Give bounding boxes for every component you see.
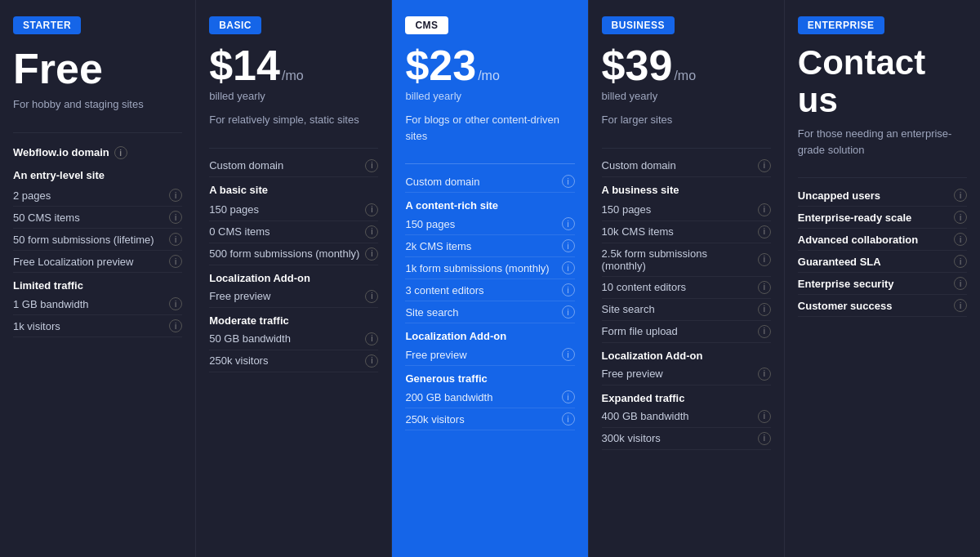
starter-info-4[interactable]: i	[169, 233, 182, 246]
cms-info-11[interactable]: i	[562, 412, 575, 426]
enterprise-feature-3: Guaranteed SLAi	[798, 251, 967, 273]
plan-col-cms: CMS$23/mobilled yearlyFor blogs or other…	[392, 0, 588, 557]
basic-info-3[interactable]: i	[365, 225, 378, 238]
cms-info-6[interactable]: i	[562, 305, 575, 319]
cms-info-3[interactable]: i	[562, 239, 575, 252]
starter-feature-text-8: 1k visitors	[13, 320, 164, 332]
cms-feature-8: Free previewi	[405, 344, 574, 366]
starter-section-0: Webflow.io domaini	[13, 146, 182, 160]
basic-info-4[interactable]: i	[365, 247, 378, 261]
enterprise-badge: ENTERPRISE	[798, 16, 884, 34]
basic-feature-text-0: Custom domain	[209, 159, 360, 172]
basic-info-6[interactable]: i	[365, 290, 378, 303]
business-info-5[interactable]: i	[758, 281, 771, 294]
basic-feature-text-2: 150 pages	[209, 203, 360, 216]
enterprise-feature-5: Customer successi	[798, 295, 967, 317]
business-section-8: Localization Add-on	[602, 350, 771, 362]
enterprise-feature-0: Uncapped usersi	[798, 185, 967, 207]
cms-feature-text-0: Custom domain	[405, 176, 556, 188]
cms-feature-4: 1k form submissions (monthly)i	[405, 257, 574, 279]
basic-feature-9: 250k visitorsi	[209, 350, 378, 372]
cms-feature-text-10: 200 GB bandwidth	[405, 391, 556, 403]
cms-info-2[interactable]: i	[562, 217, 575, 230]
business-info-4[interactable]: i	[758, 253, 771, 266]
basic-price-mo: /mo	[282, 69, 304, 83]
enterprise-info-2[interactable]: i	[954, 233, 967, 246]
business-info-12[interactable]: i	[758, 432, 771, 445]
plan-col-enterprise: ENTERPRISEContact usFor those needing an…	[785, 0, 980, 557]
enterprise-feature-text-2: Advanced collaboration	[798, 234, 949, 246]
starter-section-1: An entry-level site	[13, 169, 182, 181]
cms-feature-3: 2k CMS itemsi	[405, 235, 574, 257]
cms-feature-5: 3 content editorsi	[405, 279, 574, 301]
basic-feature-8: 50 GB bandwidthi	[209, 328, 378, 350]
business-info-2[interactable]: i	[758, 203, 771, 216]
basic-section-7: Moderate traffic	[209, 314, 378, 327]
business-info-3[interactable]: i	[758, 225, 771, 238]
cms-feature-text-6: Site search	[405, 306, 556, 319]
starter-feature-text-7: 1 GB bandwidth	[13, 298, 164, 310]
basic-feature-text-3: 0 CMS items	[209, 225, 360, 238]
basic-info-0[interactable]: i	[365, 159, 378, 172]
basic-info-9[interactable]: i	[365, 354, 378, 368]
cms-badge: CMS	[405, 16, 448, 34]
starter-feature-4: 50 form submissions (lifetime)i	[13, 229, 182, 251]
business-info-7[interactable]: i	[758, 325, 771, 338]
enterprise-info-3[interactable]: i	[954, 255, 967, 268]
basic-description: For relatively simple, static sites	[209, 112, 378, 128]
pricing-grid: STARTERFreeFor hobby and staging sitesWe…	[0, 0, 980, 557]
basic-feature-text-8: 50 GB bandwidth	[209, 332, 360, 345]
business-price-amount: $39	[602, 44, 673, 87]
business-info-11[interactable]: i	[758, 410, 771, 423]
starter-info-2[interactable]: i	[169, 189, 182, 202]
business-feature-text-6: Site search	[602, 303, 753, 315]
business-feature-text-4: 2.5k form submissions (monthly)	[602, 247, 753, 272]
enterprise-price: Contact us	[798, 44, 967, 119]
cms-price-row: $23/mo	[405, 44, 574, 87]
starter-section-6: Limited traffic	[13, 279, 182, 292]
cms-info-0[interactable]: i	[562, 175, 575, 188]
starter-info-7[interactable]: i	[169, 297, 182, 310]
enterprise-feature-text-0: Uncapped users	[798, 189, 949, 202]
basic-feature-text-4: 500 form submissions (monthly)	[209, 247, 360, 260]
starter-info-3[interactable]: i	[169, 211, 182, 224]
starter-feature-text-3: 50 CMS items	[13, 212, 164, 224]
basic-feature-2: 150 pagesi	[209, 199, 378, 221]
starter-info-5[interactable]: i	[169, 255, 182, 268]
enterprise-info-4[interactable]: i	[954, 277, 967, 290]
business-feature-text-0: Custom domain	[602, 159, 753, 172]
basic-feature-6: Free previewi	[209, 286, 378, 308]
enterprise-description: For those needing an enterprise-grade so…	[798, 126, 967, 158]
cms-feature-text-3: 2k CMS items	[405, 240, 556, 252]
business-section-1: A business site	[602, 184, 771, 196]
cms-feature-11: 250k visitorsi	[405, 408, 574, 430]
cms-info-10[interactable]: i	[562, 390, 575, 403]
business-feature-6: Site searchi	[602, 299, 771, 321]
business-info-0[interactable]: i	[758, 159, 771, 172]
enterprise-feature-text-4: Enterprise security	[798, 278, 949, 290]
starter-info-0[interactable]: i	[114, 146, 127, 159]
business-info-9[interactable]: i	[758, 368, 771, 381]
basic-feature-text-9: 250k visitors	[209, 354, 360, 367]
business-feature-11: 400 GB bandwidthi	[602, 406, 771, 428]
basic-feature-4: 500 form submissions (monthly)i	[209, 243, 378, 265]
cms-feature-0: Custom domaini	[405, 171, 574, 193]
cms-description: For blogs or other content-driven sites	[405, 112, 574, 144]
plan-col-starter: STARTERFreeFor hobby and staging sitesWe…	[0, 0, 196, 557]
business-feature-text-7: Form file upload	[602, 325, 753, 337]
basic-section-1: A basic site	[209, 184, 378, 196]
starter-feature-8: 1k visitorsi	[13, 315, 182, 337]
enterprise-info-0[interactable]: i	[954, 189, 967, 202]
basic-info-8[interactable]: i	[365, 332, 378, 345]
enterprise-info-5[interactable]: i	[954, 299, 967, 312]
basic-info-2[interactable]: i	[365, 203, 378, 216]
starter-info-8[interactable]: i	[169, 319, 182, 332]
cms-price-amount: $23	[405, 44, 476, 87]
cms-info-4[interactable]: i	[562, 261, 575, 274]
enterprise-info-1[interactable]: i	[954, 211, 967, 224]
business-info-6[interactable]: i	[758, 303, 771, 316]
cms-section-7: Localization Add-on	[405, 330, 574, 342]
cms-info-5[interactable]: i	[562, 283, 575, 296]
cms-info-8[interactable]: i	[562, 348, 575, 361]
business-feature-5: 10 content editorsi	[602, 277, 771, 299]
